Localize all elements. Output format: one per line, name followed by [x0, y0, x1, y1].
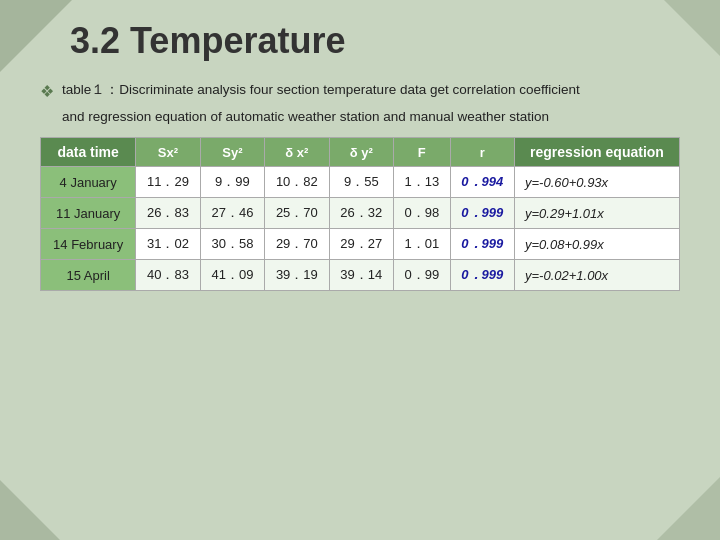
table-cell: 9．99	[200, 167, 264, 198]
col-header-dx2: δ x²	[265, 138, 329, 167]
table-cell: 4 January	[41, 167, 136, 198]
table-cell: 25．70	[265, 198, 329, 229]
table-cell: 39．14	[329, 260, 393, 291]
table-cell: 0．994	[450, 167, 514, 198]
table-cell: 26．83	[136, 198, 200, 229]
intro-line2: and regression equation of automatic wea…	[62, 107, 680, 127]
table-cell: 41．09	[200, 260, 264, 291]
table-cell: 1．01	[394, 229, 451, 260]
table-cell: 39．19	[265, 260, 329, 291]
table-cell: 15 April	[41, 260, 136, 291]
table-cell: 10．82	[265, 167, 329, 198]
table-cell: 29．27	[329, 229, 393, 260]
col-header-r: r	[450, 138, 514, 167]
table-row: 4 January11．299．9910．829．551．130．994y=-0…	[41, 167, 680, 198]
page-title: 3.2 Temperature	[70, 20, 680, 62]
col-header-data-time: data time	[41, 138, 136, 167]
col-header-sy2: Sy²	[200, 138, 264, 167]
table-cell: 11．29	[136, 167, 200, 198]
table-cell: 14 February	[41, 229, 136, 260]
col-header-f: F	[394, 138, 451, 167]
col-header-regression: regression equation	[514, 138, 679, 167]
table-cell: 11 January	[41, 198, 136, 229]
table-cell: 30．58	[200, 229, 264, 260]
table-row: 14 February31．0230．5829．7029．271．010．999…	[41, 229, 680, 260]
table-cell: 29．70	[265, 229, 329, 260]
table-cell: 0．99	[394, 260, 451, 291]
col-header-sx2: Sx²	[136, 138, 200, 167]
table-row: 11 January26．8327．4625．7026．320．980．999y…	[41, 198, 680, 229]
table-cell: y=0.29+1.01x	[514, 198, 679, 229]
table-cell: y=-0.60+0.93x	[514, 167, 679, 198]
table-cell: 0．999	[450, 260, 514, 291]
table-cell: y=0.08+0.99x	[514, 229, 679, 260]
table-cell: 27．46	[200, 198, 264, 229]
table-cell: 1．13	[394, 167, 451, 198]
col-header-dy2: δ y²	[329, 138, 393, 167]
table-cell: 0．999	[450, 229, 514, 260]
table-cell: 0．999	[450, 198, 514, 229]
table-cell: 31．02	[136, 229, 200, 260]
table-cell: 9．55	[329, 167, 393, 198]
table-cell: y=-0.02+1.00x	[514, 260, 679, 291]
bullet-icon: ❖	[40, 82, 54, 101]
data-table: data time Sx² Sy² δ x² δ y² F r regressi…	[40, 137, 680, 291]
table-cell: 40．83	[136, 260, 200, 291]
table-row: 15 April40．8341．0939．1939．140．990．999y=-…	[41, 260, 680, 291]
intro-line1: table１：Discriminate analysis four sectio…	[62, 80, 580, 100]
table-cell: 26．32	[329, 198, 393, 229]
table-cell: 0．98	[394, 198, 451, 229]
